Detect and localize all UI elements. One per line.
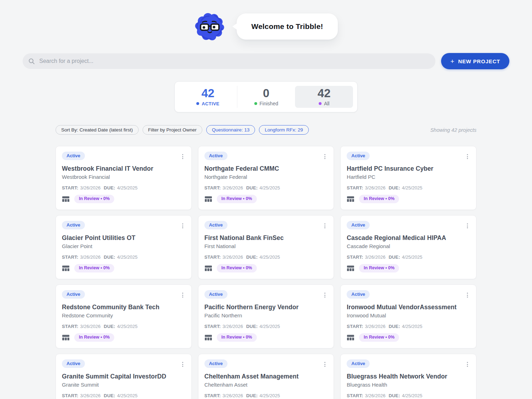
start-date: 3/26/2026 bbox=[80, 254, 100, 260]
project-title: Northgate Federal CMMC bbox=[204, 165, 328, 172]
start-date: 3/26/2026 bbox=[365, 254, 386, 260]
due-date: 4/25/2025 bbox=[402, 185, 422, 190]
status-badge: Active bbox=[204, 152, 227, 160]
project-title: Ironwood Mutual VendorAssessment bbox=[347, 304, 470, 311]
due-date: 4/25/2025 bbox=[117, 185, 138, 190]
due-date: 4/25/2025 bbox=[117, 324, 138, 329]
project-dates: START: 3/26/2026 DUE: 4/25/2025 bbox=[62, 185, 185, 190]
project-card[interactable]: Active Pacific Northern Energy Vendor Pa… bbox=[198, 284, 334, 348]
kebab-menu-icon[interactable] bbox=[180, 360, 185, 369]
stat-finished[interactable]: 0 Finished bbox=[237, 86, 295, 108]
projects-dashboard: Welcome to Tribble! + NEW PROJECT 42 ACT… bbox=[0, 0, 532, 399]
project-card[interactable]: Active Glacier Point Utilities OT Glacie… bbox=[56, 215, 192, 279]
project-card[interactable]: Active Redstone Community Bank Tech Reds… bbox=[56, 284, 192, 348]
project-dates: START: 3/26/2026 DUE: 4/25/2025 bbox=[204, 185, 328, 190]
search-bar[interactable] bbox=[23, 53, 435, 69]
project-dates: START: 3/26/2026 DUE: 4/25/2025 bbox=[62, 254, 185, 260]
start-date: 3/26/2026 bbox=[222, 254, 243, 260]
stat-all[interactable]: 42 All bbox=[295, 86, 353, 108]
start-date: 3/26/2026 bbox=[80, 324, 100, 329]
project-card[interactable]: Active First National Bank FinSec First … bbox=[198, 215, 334, 279]
project-card[interactable]: Active Bluegrass Health Network Vendor B… bbox=[340, 354, 476, 399]
start-date: 3/26/2026 bbox=[222, 324, 243, 329]
due-label: DUE: bbox=[246, 185, 258, 190]
sort-by-chip[interactable]: Sort By: Created Date (latest first) bbox=[56, 125, 139, 135]
project-dates: START: 3/26/2026 DUE: 4/25/2025 bbox=[204, 393, 328, 398]
kebab-menu-icon[interactable] bbox=[465, 152, 470, 161]
due-label: DUE: bbox=[104, 185, 115, 190]
project-subtitle: Granite Summit bbox=[62, 382, 185, 388]
new-project-button[interactable]: + NEW PROJECT bbox=[441, 53, 509, 69]
start-label: START: bbox=[62, 254, 78, 260]
kebab-menu-icon[interactable] bbox=[322, 360, 328, 369]
project-subtitle: Glacier Point bbox=[62, 243, 185, 249]
project-subtitle: Westbrook Financial bbox=[62, 174, 185, 180]
status-badge: Active bbox=[62, 359, 85, 368]
due-label: DUE: bbox=[104, 324, 115, 329]
due-date: 4/25/2025 bbox=[402, 254, 422, 260]
project-subtitle: Bluegrass Health bbox=[347, 382, 470, 388]
due-date: 4/25/2025 bbox=[260, 393, 280, 398]
project-subtitle: Pacific Northern bbox=[204, 312, 328, 318]
filter-owner-chip[interactable]: Filter by Project Owner bbox=[143, 125, 202, 135]
project-card[interactable]: Active Northgate Federal CMMC Northgate … bbox=[198, 146, 334, 210]
status-badge: Active bbox=[62, 152, 85, 160]
kebab-menu-icon[interactable] bbox=[180, 152, 185, 161]
review-status-pill: In Review • 0% bbox=[359, 333, 399, 342]
due-label: DUE: bbox=[104, 254, 115, 260]
start-date: 3/26/2026 bbox=[365, 185, 386, 190]
search-input[interactable] bbox=[39, 58, 432, 64]
longform-rfx-chip[interactable]: Longform RFx: 29 bbox=[259, 125, 308, 135]
review-status-pill: In Review • 0% bbox=[359, 195, 399, 203]
due-date: 4/25/2025 bbox=[402, 393, 422, 398]
project-title: First National Bank FinSec bbox=[204, 234, 328, 242]
project-card[interactable]: Active Hartfield PC Insurance Cyber Hart… bbox=[340, 146, 476, 210]
project-card[interactable]: Active Cascade Regional Medical HIPAA Ca… bbox=[340, 215, 476, 279]
kebab-menu-icon[interactable] bbox=[180, 222, 185, 230]
due-label: DUE: bbox=[389, 254, 400, 260]
start-date: 3/26/2026 bbox=[222, 393, 243, 398]
project-dates: START: 3/26/2026 DUE: 4/25/2025 bbox=[62, 324, 185, 329]
start-label: START: bbox=[204, 185, 221, 190]
due-label: DUE: bbox=[246, 393, 258, 398]
kebab-menu-icon[interactable] bbox=[322, 222, 328, 230]
status-badge: Active bbox=[347, 221, 370, 229]
welcome-text: Welcome to Tribble! bbox=[251, 22, 323, 30]
active-dot-icon bbox=[196, 102, 199, 105]
kebab-menu-icon[interactable] bbox=[322, 152, 328, 161]
due-date: 4/25/2025 bbox=[260, 254, 280, 260]
filter-chips: Sort By: Created Date (latest first) Fil… bbox=[56, 125, 430, 135]
start-date: 3/26/2026 bbox=[365, 393, 386, 398]
kebab-menu-icon[interactable] bbox=[465, 222, 470, 230]
status-badge: Active bbox=[347, 290, 370, 299]
due-label: DUE: bbox=[246, 324, 258, 329]
kebab-menu-icon[interactable] bbox=[465, 360, 470, 369]
start-label: START: bbox=[347, 393, 363, 398]
kebab-menu-icon[interactable] bbox=[465, 291, 470, 299]
review-status-pill: In Review • 0% bbox=[74, 264, 114, 272]
due-label: DUE: bbox=[246, 254, 258, 260]
stat-finished-value: 0 bbox=[263, 87, 269, 100]
review-status-pill: In Review • 0% bbox=[74, 195, 114, 203]
project-card[interactable]: Active Westbrook Financial IT Vendor Wes… bbox=[56, 146, 192, 210]
kebab-menu-icon[interactable] bbox=[322, 291, 328, 299]
project-card[interactable]: Active Cheltenham Asset Management Chelt… bbox=[198, 354, 334, 399]
project-card[interactable]: Active Ironwood Mutual VendorAssessment … bbox=[340, 284, 476, 348]
project-title: Cheltenham Asset Management bbox=[204, 373, 328, 380]
project-title: Westbrook Financial IT Vendor bbox=[62, 165, 185, 172]
table-icon bbox=[62, 195, 70, 203]
stat-active[interactable]: 42 ACTIVE bbox=[179, 86, 237, 108]
start-date: 3/26/2026 bbox=[365, 324, 386, 329]
start-label: START: bbox=[204, 393, 221, 398]
questionnaire-chip[interactable]: Questionnaire: 13 bbox=[206, 125, 255, 135]
project-subtitle: First National bbox=[204, 243, 328, 249]
stat-all-label: All bbox=[324, 101, 330, 106]
project-dates: START: 3/26/2026 DUE: 4/25/2025 bbox=[204, 324, 328, 329]
project-card[interactable]: Active Granite Summit Capital InvestorDD… bbox=[56, 354, 192, 399]
showing-projects-text: Showing 42 projects bbox=[430, 127, 476, 133]
stats-wrap: 42 ACTIVE 0 Finished 42 All bbox=[0, 81, 532, 112]
project-grid: Active Westbrook Financial IT Vendor Wes… bbox=[56, 146, 476, 399]
search-icon bbox=[28, 58, 35, 65]
kebab-menu-icon[interactable] bbox=[180, 291, 185, 299]
tribble-mascot-icon bbox=[194, 11, 225, 42]
